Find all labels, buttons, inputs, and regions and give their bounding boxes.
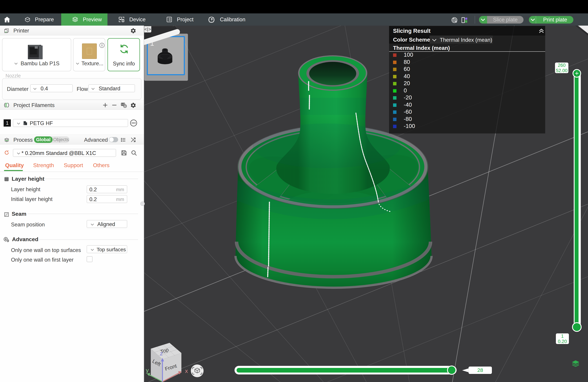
- svg-text:x: x: [185, 368, 188, 374]
- svg-text:z: z: [160, 350, 163, 357]
- svg-text:y: y: [146, 367, 149, 373]
